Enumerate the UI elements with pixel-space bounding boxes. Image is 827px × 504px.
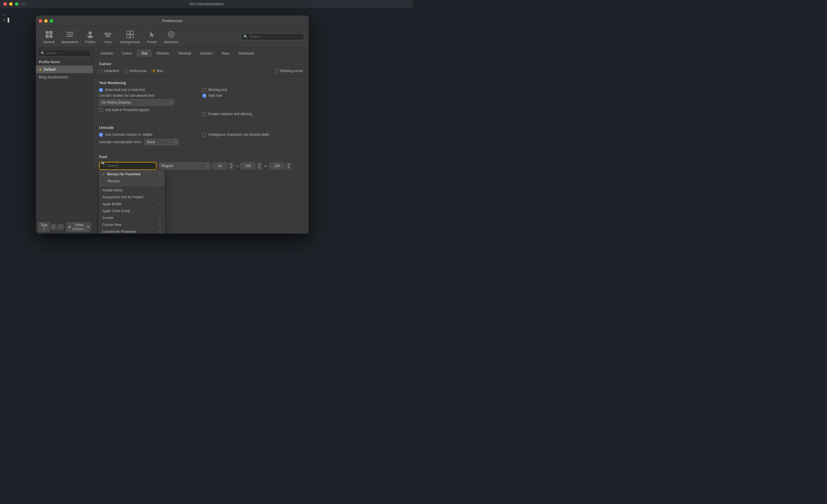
monaco-star-icon[interactable]: ☆ <box>158 179 161 183</box>
normalization-select-wrapper[interactable]: None NFC NFD NFKC NFKD <box>144 139 179 145</box>
italic-text-option[interactable]: Italic text <box>202 94 303 98</box>
tab-advanced[interactable]: Advanced <box>234 50 258 57</box>
vertical-spacing-down-button[interactable]: ▼ <box>257 166 261 169</box>
italic-text-checkbox[interactable] <box>202 94 206 98</box>
tab-terminal[interactable]: Terminal <box>174 50 195 57</box>
toolbar-search[interactable]: 🔍 <box>241 33 304 40</box>
cursor-underline-option[interactable]: Underline <box>99 69 119 73</box>
tags-label: Tags > <box>40 223 47 231</box>
cursor-vertical-bar-option[interactable]: Vertical bar <box>124 69 146 73</box>
monaco-powerline-star-icon[interactable]: ☆ <box>158 172 161 176</box>
font-style-select-wrapper[interactable]: Regular Bold Italic Bold Italic <box>159 162 210 169</box>
blinking-cursor-option[interactable]: Blinking cursor <box>275 69 303 73</box>
prefs-minimize-button[interactable] <box>44 19 48 23</box>
prefs-titlebar: Preferences <box>36 15 309 27</box>
blinking-text-checkbox[interactable] <box>202 88 206 92</box>
blinking-cursor-checkbox[interactable] <box>275 69 279 73</box>
vertical-spacing-up-button[interactable]: ▲ <box>257 163 261 166</box>
dropdown-item-monaco[interactable]: Monaco ☆ <box>99 178 164 185</box>
horizontal-spacing-stepper[interactable]: ▲ ▼ <box>286 162 291 169</box>
subpixel-label: Enable subpixel anti-aliasing <box>208 112 252 116</box>
svg-point-8 <box>87 35 93 38</box>
dropdown-item-apple-color-emoji[interactable]: Apple Color Emoji ☆ <box>99 207 164 214</box>
tab-colors[interactable]: Colors <box>118 50 136 57</box>
font-size-stepper[interactable]: ▲ ▼ <box>229 162 234 169</box>
other-actions-button[interactable]: ⚙ Other Actions... ▾ <box>66 222 91 232</box>
vertical-spacing-input[interactable]: 100 <box>240 162 255 169</box>
courier-star-icon[interactable]: ☆ <box>158 216 161 220</box>
draw-bold-option[interactable]: Draw bold text in bold font <box>99 88 200 92</box>
advanced-label: Advanced <box>164 40 178 44</box>
cursor-underline-radio[interactable] <box>99 69 103 73</box>
subpixel-checkbox[interactable] <box>202 112 206 116</box>
font-search-input[interactable] <box>99 162 156 170</box>
apple-color-emoji-star-icon[interactable]: ☆ <box>158 209 161 213</box>
unicode-version-option[interactable]: Use Unicode version 9+ widths <box>99 133 200 137</box>
tab-general[interactable]: General <box>96 50 117 57</box>
dropdown-item-apple-braille[interactable]: Apple Braille ☆ <box>99 201 164 207</box>
dropdown-item-courier-new[interactable]: Courier New ☆ <box>99 221 164 228</box>
powerline-checkbox[interactable] <box>99 108 103 112</box>
close-button[interactable] <box>3 2 7 6</box>
toolbar-item-advanced[interactable]: Advanced <box>161 29 181 45</box>
toolbar-item-general[interactable]: General <box>41 29 58 45</box>
tab-keys[interactable]: Keys <box>217 50 234 57</box>
dropdown-item-monaco-powerline[interactable]: ✓ Monaco for Powerline ☆ <box>99 171 164 178</box>
tab-text[interactable]: Text <box>137 50 152 57</box>
toolbar-item-pointer[interactable]: Pointer <box>143 29 160 45</box>
prefs-close-button[interactable] <box>39 19 42 23</box>
title-bar: ⌥⌘2 fish /Users/tracehelms <box>0 0 414 8</box>
sidebar-item-default[interactable]: ★ Default <box>36 65 93 73</box>
vertical-spacing-stepper[interactable]: ▲ ▼ <box>257 162 261 169</box>
font-size-down-button[interactable]: ▼ <box>229 166 233 169</box>
unicode-right: Ambiguous characters are double-width <box>202 133 303 138</box>
cursor-box-option[interactable]: Box <box>152 69 163 73</box>
powerline-option[interactable]: Use built-in Powerline glyphs <box>99 108 200 112</box>
anonymous-pro-star-icon[interactable]: ☆ <box>158 195 161 199</box>
draw-bold-checkbox[interactable] <box>99 88 103 92</box>
toolbar-item-appearance[interactable]: Appearance <box>58 29 81 45</box>
dropdown-item-anonymous-pro[interactable]: Anonymous Pro for Powerl... ☆ <box>99 194 164 201</box>
horizontal-spacing-input[interactable]: 100 <box>270 162 285 169</box>
sidebar-item-default-label: Default <box>44 67 55 71</box>
tab-window[interactable]: Window <box>152 50 173 57</box>
toolbar-item-profiles[interactable]: Profiles <box>82 29 99 45</box>
svg-point-19 <box>170 34 172 35</box>
font-style-select[interactable]: Regular Bold Italic Bold Italic <box>159 162 210 169</box>
font-size-up-button[interactable]: ▲ <box>229 163 233 166</box>
minimize-button[interactable] <box>9 2 13 6</box>
subpixel-option[interactable]: Enable subpixel anti-aliasing <box>202 112 303 116</box>
sidebar-item-blog-screenshots[interactable]: Blog Screenshots <box>36 73 93 81</box>
sidebar-search-box[interactable]: 🔍 <box>38 50 91 57</box>
blinking-text-option[interactable]: Blinking text <box>202 88 303 92</box>
ambiguous-checkbox[interactable] <box>202 133 206 137</box>
cursor-box-radio[interactable] <box>152 69 155 73</box>
add-profile-button[interactable]: + <box>51 224 57 230</box>
ambiguous-option[interactable]: Ambiguous characters are double-width <box>202 133 303 137</box>
unicode-version-checkbox[interactable] <box>99 133 103 137</box>
andale-mono-star-icon[interactable]: ☆ <box>158 188 161 192</box>
thin-strokes-select-wrapper[interactable]: On Retina Displays Always Never <box>99 99 174 106</box>
cursor-vertical-bar-radio[interactable] <box>124 69 128 73</box>
normalization-select[interactable]: None NFC NFD NFKC NFKD <box>144 139 179 145</box>
apple-braille-star-icon[interactable]: ☆ <box>158 202 161 206</box>
sidebar-search-input[interactable] <box>46 51 88 55</box>
tab-session[interactable]: Session <box>196 50 217 57</box>
prefs-maximize-button[interactable] <box>50 19 53 23</box>
dropdown-item-cousine-powerline[interactable]: Cousine for Powerline ☆ <box>99 228 164 234</box>
cousine-powerline-star-icon[interactable]: ☆ <box>158 230 161 234</box>
horizontal-spacing-up-button[interactable]: ▲ <box>287 163 291 166</box>
preferences-window: Preferences General Appearance Profiles <box>36 15 309 234</box>
blog-screenshots-label: Blog Screenshots <box>39 75 68 79</box>
toolbar-item-arrangements[interactable]: Arrangements <box>117 29 143 45</box>
font-size-input[interactable]: 16 <box>212 162 227 169</box>
thin-strokes-select[interactable]: On Retina Displays Always Never <box>99 99 174 106</box>
dropdown-item-andale-mono[interactable]: Andale Mono ☆ <box>99 187 164 194</box>
horizontal-spacing-down-button[interactable]: ▼ <box>287 166 291 169</box>
tags-button[interactable]: Tags > <box>38 222 49 232</box>
dropdown-item-courier[interactable]: Courier ☆ <box>99 214 164 221</box>
courier-new-star-icon[interactable]: ☆ <box>158 223 161 227</box>
toolbar-search-input[interactable] <box>249 35 301 39</box>
remove-profile-button[interactable]: − <box>58 224 64 230</box>
toolbar-item-keys[interactable]: Keys <box>99 29 116 45</box>
